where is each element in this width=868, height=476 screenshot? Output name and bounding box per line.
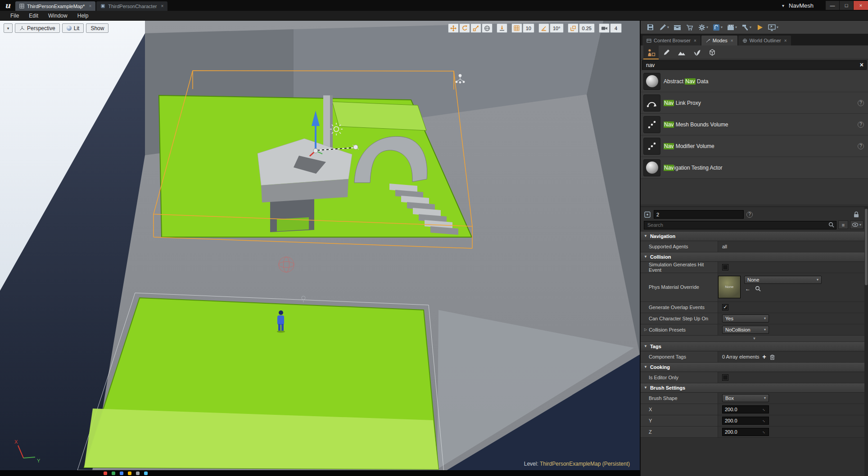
tab-close-icon[interactable]: × <box>161 4 163 9</box>
taskbar-app-icon[interactable] <box>128 472 131 475</box>
section-expand-icon[interactable]: ▼ <box>644 234 647 238</box>
scale-snap-button[interactable] <box>568 23 579 33</box>
section-cooking[interactable]: ▼ Cooking <box>641 363 868 372</box>
details-search-input[interactable] <box>644 221 836 229</box>
help-icon[interactable]: ? <box>858 143 864 149</box>
brush-x-field[interactable]: 200.0 ↔ <box>722 405 769 413</box>
camera-speed-button[interactable] <box>599 23 610 33</box>
display-filter-button[interactable]: ▾ <box>850 220 863 229</box>
menu-file[interactable]: File <box>5 13 24 19</box>
minimize-button[interactable]: — <box>826 1 839 10</box>
section-expand-icon[interactable]: ▼ <box>644 344 647 348</box>
translate-tool-button[interactable] <box>448 23 459 33</box>
marketplace-button[interactable] <box>684 22 696 33</box>
help-icon[interactable]: ? <box>858 121 864 128</box>
section-brush-settings[interactable]: ▼ Brush Settings <box>641 383 868 393</box>
brush-y-field[interactable]: 200.0 ↔ <box>722 417 769 425</box>
blueprints-button[interactable]: ▾ <box>710 22 724 33</box>
source-control-button[interactable]: ▾ <box>657 22 671 33</box>
build-button[interactable]: ▾ <box>739 22 753 33</box>
close-button[interactable]: × <box>854 1 868 10</box>
add-element-icon[interactable]: + <box>763 353 766 360</box>
sim-hit-checkbox[interactable] <box>722 264 728 270</box>
collision-presets-dropdown[interactable]: NoCollision ▾ <box>722 326 769 334</box>
details-scrollbar[interactable] <box>864 207 868 476</box>
tab-close-icon[interactable]: × <box>731 38 733 43</box>
content-button[interactable] <box>671 22 683 33</box>
rotation-snap-button[interactable] <box>538 23 549 33</box>
taskbar-app-icon[interactable] <box>120 472 123 475</box>
help-icon[interactable]: ? <box>746 211 753 218</box>
cinematics-button[interactable]: ▾ <box>725 22 739 33</box>
lit-button[interactable]: Lit <box>62 23 84 33</box>
drag-handle-icon[interactable]: ↔ <box>761 406 767 412</box>
settings-button[interactable]: ▾ <box>696 22 710 33</box>
viewport-scene[interactable]: X Y <box>0 21 640 476</box>
save-button[interactable] <box>644 22 656 33</box>
tab-content-browser[interactable]: Content Browser × <box>642 36 701 45</box>
scale-snap-value[interactable]: 0.25 <box>579 23 595 33</box>
window-tab-map[interactable]: ThirdPersonExampleMap* × <box>15 1 95 11</box>
modes-search-input[interactable] <box>642 60 867 70</box>
taskbar-app-icon[interactable] <box>136 472 140 475</box>
grid-snap-value[interactable]: 10 <box>523 23 534 33</box>
menu-window[interactable]: Window <box>43 13 72 19</box>
help-icon[interactable]: ? <box>858 100 864 106</box>
show-button[interactable]: Show <box>86 23 108 33</box>
result-nav-modifier-volume[interactable]: Nav Modifier Volume ? <box>641 135 868 157</box>
section-navigation[interactable]: ▼ Navigation <box>641 232 868 241</box>
clear-search-icon[interactable]: × <box>860 61 863 68</box>
section-tags[interactable]: ▼ Tags <box>641 342 868 351</box>
maximize-button[interactable]: □ <box>840 1 853 10</box>
surface-snap-button[interactable] <box>497 23 507 33</box>
step-up-dropdown[interactable]: Yes ▾ <box>722 314 769 323</box>
tab-world-outliner[interactable]: World Outliner × <box>738 36 791 45</box>
brush-shape-dropdown[interactable]: Box ▾ <box>722 394 769 402</box>
taskbar-app-icon[interactable] <box>144 472 148 475</box>
advanced-expander[interactable]: ▼ <box>641 336 868 342</box>
overlap-checkbox[interactable]: ✓ <box>722 304 728 310</box>
menu-edit[interactable]: Edit <box>24 13 43 19</box>
editor-caret-icon[interactable]: ▾ <box>782 3 784 8</box>
camera-speed-value[interactable]: 4 <box>610 23 622 33</box>
rotation-snap-value[interactable]: 10° <box>550 23 564 33</box>
taskbar-app-icon[interactable] <box>112 472 115 475</box>
tab-close-icon[interactable]: × <box>784 38 787 43</box>
actor-name-input[interactable] <box>654 210 744 219</box>
place-mode-button[interactable] <box>643 45 659 59</box>
result-nav-mesh-bounds-volume[interactable]: Nav Mesh Bounds Volume ? <box>641 114 868 135</box>
result-abstract-nav-data[interactable]: Abstract Nav Data <box>641 71 868 92</box>
result-navigation-testing-actor[interactable]: Navigation Testing Actor <box>641 157 868 179</box>
scale-tool-button[interactable] <box>470 23 481 33</box>
play-button[interactable] <box>754 22 765 33</box>
drag-handle-icon[interactable]: ↔ <box>761 418 767 423</box>
section-collision[interactable]: ▼ Collision <box>641 252 868 262</box>
viewport-options-button[interactable]: ▾ <box>4 23 13 33</box>
result-nav-link-proxy[interactable]: Nav Link Proxy ? <box>641 92 868 114</box>
section-expand-icon[interactable]: ▼ <box>644 365 647 369</box>
scrollbar-thumb[interactable] <box>865 209 868 285</box>
use-selected-icon[interactable]: ← <box>745 286 750 292</box>
geometry-mode-button[interactable] <box>705 45 720 59</box>
tab-modes[interactable]: Modes × <box>701 36 737 45</box>
rotate-tool-button[interactable] <box>459 23 470 33</box>
viewport[interactable]: X Y ▾ Perspective Lit <box>0 21 640 476</box>
expand-arrow-icon[interactable]: ▷ <box>644 328 647 332</box>
grid-snap-button[interactable] <box>511 23 522 33</box>
brush-z-field[interactable]: 200.0 ↔ <box>722 428 769 436</box>
paint-mode-button[interactable] <box>659 45 674 59</box>
section-expand-icon[interactable]: ▼ <box>644 386 647 390</box>
tab-close-icon[interactable]: × <box>89 4 91 9</box>
tab-close-icon[interactable]: × <box>694 38 696 43</box>
menu-help[interactable]: Help <box>72 13 94 19</box>
browse-icon[interactable] <box>755 286 761 292</box>
editor-only-checkbox[interactable] <box>722 374 728 381</box>
property-matrix-button[interactable]: ≡ <box>838 220 848 229</box>
foliage-mode-button[interactable] <box>689 45 705 59</box>
lock-icon[interactable] <box>853 211 860 218</box>
landscape-mode-button[interactable] <box>674 45 689 59</box>
window-tab-character[interactable]: ThirdPersonCharacter × <box>96 1 167 11</box>
section-expand-icon[interactable]: ▼ <box>644 255 647 259</box>
taskbar-app-icon[interactable] <box>104 472 107 475</box>
perspective-button[interactable]: Perspective <box>15 23 60 33</box>
